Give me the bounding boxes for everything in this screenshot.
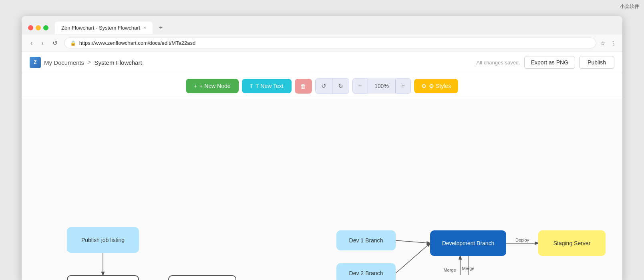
svg-text:Deploy: Deploy [515,238,529,242]
more-options-icon[interactable]: ⋮ [610,40,616,46]
title-bar: Zen Flowchart - System Flowchart × + [22,16,622,34]
export-button[interactable]: Export as PNG [524,56,575,69]
node-staging[interactable]: Staging Server [538,230,606,256]
tab-close-icon[interactable]: × [143,25,146,30]
undo-redo-group: ↺ ↻ [315,78,349,94]
minimize-button[interactable] [36,25,41,30]
new-text-button[interactable]: T T New Text [242,79,292,93]
save-status: All changes saved. [477,60,520,66]
redo-button[interactable]: ↻ [332,78,349,94]
breadcrumb: Z My Documents > System Flowchart [30,57,477,68]
watermark: 小众软件 [620,3,639,10]
new-node-button[interactable]: + + New Node [186,79,239,93]
canvas[interactable]: QualifiedUnqualifiedPassFailPassDeployMe… [22,99,622,280]
gear-icon: ⚙ [421,83,427,89]
styles-label: ⚙ Styles [429,83,451,89]
svg-line-11 [396,240,430,243]
browser-tab[interactable]: Zen Flowchart - System Flowchart × [55,22,153,34]
svg-text:Merge: Merge [443,268,456,272]
node-devbranch[interactable]: Development Branch [430,230,506,256]
node-dev1[interactable]: Dev 1 Branch [336,230,396,250]
app-logo: Z [30,57,41,68]
breadcrumb-separator: > [87,59,91,66]
node-interview_hm[interactable]: Interview with Hiring Manager [168,275,236,280]
delete-button[interactable]: 🗑 [295,79,312,94]
close-button[interactable] [28,25,33,30]
publish-button[interactable]: Publish [579,56,614,69]
node-publish[interactable]: Publish job listing [67,227,139,253]
toolbar: + + New Node T T New Text 🗑 ↺ ↻ − 100% +… [22,73,622,99]
breadcrumb-current: System Flowchart [94,59,142,66]
plus-icon: + [194,83,197,89]
node-dev2[interactable]: Dev 2 Branch [336,263,396,280]
text-icon: T [250,83,254,89]
zoom-control: − 100% + [352,78,411,94]
flowchart: QualifiedUnqualifiedPassFailPassDeployMe… [30,107,614,275]
browser-window: Zen Flowchart - System Flowchart × + ‹ ›… [22,16,622,280]
back-button[interactable]: ‹ [28,39,35,48]
breadcrumb-parent[interactable]: My Documents [44,59,84,66]
forward-button[interactable]: › [39,39,46,48]
app-header: Z My Documents > System Flowchart All ch… [22,52,622,73]
zoom-level: 100% [368,79,396,93]
url-text: https://www.zenflowchart.com/docs/edit/M… [79,40,195,46]
address-actions: ☆ ⋮ [600,40,616,46]
url-bar[interactable]: 🔒 https://www.zenflowchart.com/docs/edit… [64,38,596,48]
new-node-label: + New Node [199,83,230,89]
lock-icon: 🔒 [70,40,76,46]
refresh-button[interactable]: ↺ [50,38,60,48]
header-actions: All changes saved. Export as PNG Publish [477,56,614,69]
address-bar: ‹ › ↺ 🔒 https://www.zenflowchart.com/doc… [22,34,622,52]
maximize-button[interactable] [43,25,48,30]
new-text-label: T New Text [256,83,284,89]
tab-title: Zen Flowchart - System Flowchart [61,25,140,31]
svg-line-12 [396,243,430,273]
zoom-in-button[interactable]: + [396,78,411,94]
node-screen[interactable]: Screen resumes [67,275,139,280]
svg-text:Merge: Merge [462,266,474,271]
styles-button[interactable]: ⚙ ⚙ Styles [414,79,458,93]
undo-button[interactable]: ↺ [316,78,332,94]
traffic-lights [28,25,48,30]
zoom-out-button[interactable]: − [353,78,368,94]
new-tab-button[interactable]: + [156,21,166,34]
bookmark-icon[interactable]: ☆ [600,40,606,46]
